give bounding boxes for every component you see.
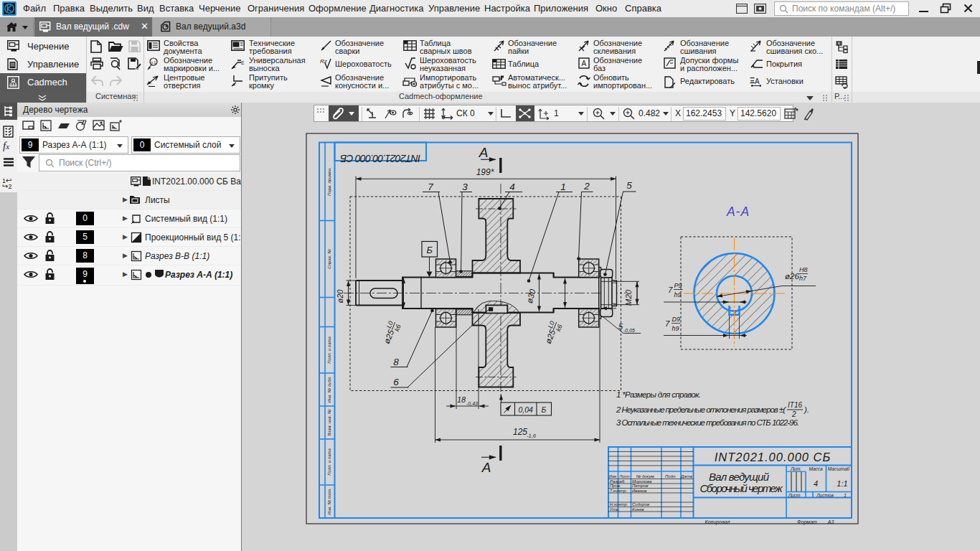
svg-text:Утв.: Утв. [609, 507, 620, 512]
svg-text:Н.контр.: Н.контр. [610, 502, 628, 507]
svg-text:7: 7 [428, 182, 433, 192]
svg-text:).: ). [803, 405, 809, 414]
svg-text:п.1: п.1 [151, 60, 156, 65]
svg-text:Подп. и дата: Подп. и дата [327, 448, 331, 476]
svg-text:Лист: Лист [618, 474, 630, 479]
svg-text:2: 2 [791, 410, 796, 418]
svg-text:7: 7 [668, 286, 673, 294]
svg-text:3: 3 [462, 182, 468, 192]
svg-text:Иванов: Иванов [632, 489, 646, 493]
svg-text:H8: H8 [799, 266, 808, 273]
svg-text:А-А: А-А [726, 204, 750, 219]
svg-text:5: 5 [618, 322, 623, 331]
svg-text:4: 4 [814, 479, 818, 488]
svg-text:INT2021.00.000 СБ: INT2021.00.000 СБ [715, 451, 831, 463]
svg-text:4: 4 [509, 182, 515, 192]
svg-text:Петров: Петров [632, 484, 648, 488]
svg-text:125: 125 [513, 427, 527, 437]
svg-text:Морозова: Морозова [632, 479, 652, 484]
svg-text:IT16: IT16 [788, 401, 802, 409]
svg-text:Справ. №: Справ. № [327, 249, 331, 269]
svg-text:2: 2 [583, 181, 590, 192]
svg-text:2 Неуказанные предельные откло: 2 Неуказанные предельные отклонения разм… [616, 405, 786, 414]
svg-text:199*: 199* [476, 167, 494, 177]
svg-text:8: 8 [393, 357, 399, 367]
svg-text:Копировал: Копировал [705, 519, 730, 525]
svg-text:Rz: Rz [320, 58, 327, 65]
svg-text:h9: h9 [672, 325, 679, 332]
svg-text:Лит.: Лит. [790, 466, 801, 471]
svg-text:Изм.: Изм. [609, 474, 618, 479]
svg-text:А: А [479, 145, 489, 160]
svg-text:Е: Е [241, 60, 245, 65]
svg-text:Б: Б [426, 245, 433, 255]
svg-text:-0,05: -0,05 [623, 328, 635, 333]
svg-text:ø26: ø26 [785, 272, 799, 281]
svg-text:INT2021.00.000 СБ: INT2021.00.000 СБ [340, 153, 420, 164]
svg-text:Инв. № дубл.: Инв. № дубл. [327, 377, 331, 403]
svg-text:0,04: 0,04 [518, 405, 533, 414]
svg-text:Разраб.: Разраб. [610, 479, 626, 484]
svg-text:18: 18 [457, 395, 466, 404]
svg-text:-0,43: -0,43 [466, 401, 478, 406]
svg-text:А: А [755, 77, 760, 85]
svg-text:-1,6: -1,6 [527, 433, 537, 439]
svg-text:А: А [481, 460, 491, 475]
svg-text:Вал ведущий: Вал ведущий [709, 471, 770, 483]
svg-text:Пров.: Пров. [610, 484, 621, 488]
svg-text:Конев: Конев [632, 507, 644, 512]
svg-text:Дата: Дата [680, 474, 692, 479]
svg-text:Перв. примен.: Перв. примен. [327, 167, 331, 196]
svg-text:Листов: Листов [816, 493, 834, 498]
svg-text:7: 7 [665, 319, 670, 328]
svg-text:Инв. № подл.: Инв. № подл. [327, 488, 331, 514]
svg-text:Формат: Формат [797, 519, 817, 525]
svg-text:M20: M20 [624, 289, 633, 306]
svg-text:Подп. и дата: Подп. и дата [327, 336, 331, 364]
svg-text:Т.контр.: Т.контр. [610, 489, 627, 493]
svg-text:5: 5 [626, 180, 632, 191]
svg-text:А: А [582, 60, 587, 67]
svg-text:Масштаб: Масштаб [828, 466, 850, 471]
svg-text:1:1: 1:1 [837, 479, 847, 488]
svg-text:Сборочный чертеж: Сборочный чертеж [700, 482, 783, 494]
svg-text:h9: h9 [674, 291, 682, 298]
svg-text:3 Остальные технические требов: 3 Остальные технические требования по СТ… [616, 418, 799, 427]
svg-text:Масса: Масса [809, 466, 823, 471]
svg-text:Подп.: Подп. [665, 474, 677, 479]
svg-text:1: 1 [560, 182, 566, 192]
svg-text:1 *Размеры для справок.: 1 *Размеры для справок. [616, 390, 701, 399]
svg-text:D9: D9 [672, 316, 681, 323]
svg-text:№ докум.: № докум. [636, 474, 655, 479]
svg-text:А3: А3 [827, 519, 834, 524]
svg-text:1: 1 [844, 493, 847, 498]
svg-text:Лист: Лист [788, 493, 801, 498]
svg-text:Взам. инв. №: Взам. инв. № [327, 409, 331, 436]
svg-text:Б: Б [542, 405, 547, 414]
svg-text:h7: h7 [799, 275, 807, 282]
svg-text:P9: P9 [674, 282, 682, 289]
svg-text:ø20: ø20 [336, 289, 344, 303]
svg-text:Сидоров: Сидоров [632, 502, 649, 507]
svg-text:6: 6 [393, 377, 399, 387]
